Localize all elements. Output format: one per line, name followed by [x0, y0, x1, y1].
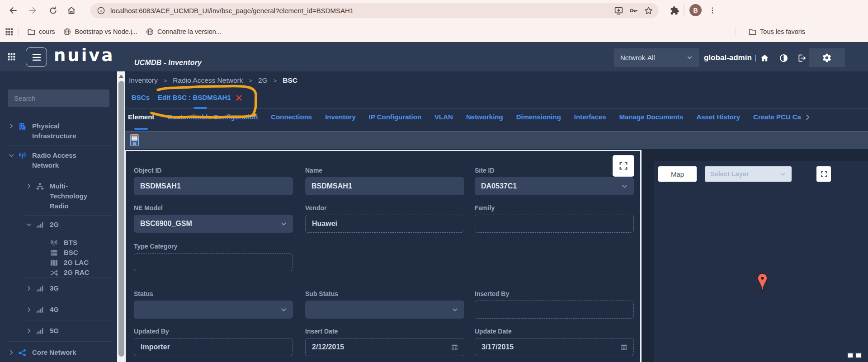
scroll-up-icon[interactable]: [119, 75, 123, 78]
chevron-right-icon[interactable]: [26, 306, 32, 313]
breadcrumb-separator: >: [164, 77, 167, 84]
info-icon[interactable]: [95, 5, 107, 17]
logout-icon[interactable]: [797, 53, 807, 63]
subtab-bscs[interactable]: BSCs: [132, 89, 150, 108]
chevron-right-icon[interactable]: [26, 285, 32, 291]
chevron-right-icon[interactable]: [26, 328, 32, 334]
profile-avatar[interactable]: B: [689, 4, 702, 16]
sidebar-item-physical-infrastructure[interactable]: PhysicalInfrastructure: [0, 117, 117, 146]
sidebar-item-core-network[interactable]: Core Network: [0, 342, 117, 362]
field-input-inserted-by[interactable]: [475, 301, 634, 319]
sidebar-item-2g-rac[interactable]: 2G RAC: [0, 268, 117, 277]
field-input-object-id[interactable]: BSDMSAH1: [134, 177, 293, 195]
chevron-right-icon[interactable]: [8, 123, 14, 129]
bookmark-item-bootstrap[interactable]: Bootstrap vs Node.j...: [63, 28, 137, 36]
field-input-ne-model[interactable]: BSC6900_GSM: [134, 215, 293, 233]
install-icon[interactable]: [614, 6, 623, 15]
shuffle-icon: [50, 268, 59, 277]
field-input-insert-date[interactable]: 2/12/2015: [305, 338, 464, 356]
tab-create-pcu-ca[interactable]: Create PCU Ca: [753, 113, 801, 121]
main-content: Inventory>Radio Access Network>2G>BSC BS…: [125, 71, 868, 362]
map-button[interactable]: Map: [658, 166, 697, 182]
field-input-type-category[interactable]: [134, 253, 293, 271]
tab-ip-configuration[interactable]: IP Configuration: [369, 113, 421, 121]
star-icon[interactable]: [644, 6, 653, 15]
breadcrumb-item[interactable]: BSC: [283, 76, 297, 85]
sidebar-item-radio-access-network[interactable]: Radio AccessNetwork: [0, 146, 117, 175]
extensions-icon[interactable]: [668, 4, 681, 17]
field-input-update-date[interactable]: 3/17/2015: [475, 338, 634, 356]
brand-logo[interactable]: nuiva: [54, 46, 114, 65]
tab-networking[interactable]: Networking: [466, 113, 503, 121]
tab-interfaces[interactable]: Interfaces: [574, 113, 606, 121]
breadcrumb-separator: >: [274, 77, 277, 84]
sidebar-item-4g[interactable]: 4G: [0, 299, 117, 320]
field-input-vendor[interactable]: Huawei: [305, 215, 464, 233]
chevron-right-icon[interactable]: [26, 183, 32, 189]
sidebar-item-bsc[interactable]: BSC: [0, 248, 117, 258]
tab-dimensioning[interactable]: Dimensioning: [516, 113, 561, 121]
sidebar-item-bts[interactable]: BTS: [0, 238, 117, 248]
back-button[interactable]: [7, 4, 19, 17]
save-button[interactable]: [130, 134, 139, 146]
tab-connections[interactable]: Connections: [271, 113, 312, 121]
scrollbar-thumb[interactable]: [118, 81, 124, 357]
field-input-updated-by[interactable]: importer: [134, 338, 293, 356]
contrast-icon[interactable]: [778, 53, 788, 63]
subtab-edit-bsc[interactable]: Edit BSC : BSDMSAH1: [158, 89, 243, 108]
bookmark-item-cours[interactable]: cours: [27, 28, 55, 36]
map-control-square[interactable]: [847, 353, 854, 358]
tab-manage-documents[interactable]: Manage Documents: [619, 113, 684, 121]
field-input-family[interactable]: [475, 215, 634, 233]
calendar-icon[interactable]: [620, 343, 628, 351]
sidebar-item-2g-lac[interactable]: 2G LAC: [0, 258, 117, 268]
chevron-right-icon[interactable]: [8, 349, 14, 356]
bookmark-item-connaitre[interactable]: Connaître la version...: [146, 28, 222, 36]
field-input-site-id[interactable]: DA0537C1: [475, 177, 634, 195]
app-grid-icon[interactable]: [7, 52, 16, 61]
subtab-bar: BSCsEdit BSC : BSDMSAH1: [125, 89, 868, 109]
sidebar-item-5g[interactable]: 5G: [0, 320, 117, 341]
layer-select[interactable]: Select Layer: [705, 166, 792, 182]
breadcrumb-item[interactable]: Inventory: [129, 76, 158, 85]
network-selector[interactable]: Netwrok-All: [614, 48, 699, 67]
breadcrumb-item[interactable]: Radio Access Network: [173, 76, 243, 85]
sidebar-item-2g[interactable]: 2G: [0, 216, 117, 234]
map-canvas[interactable]: Map Select Layer: [654, 161, 868, 362]
apps-grid-icon[interactable]: [5, 27, 14, 36]
url-text[interactable]: localhost:6083/ACE_UCMDB_UI/inv/bsc_page…: [110, 7, 354, 14]
home-button[interactable]: [65, 4, 78, 17]
field-input-name[interactable]: BSDMSAH1: [305, 177, 464, 195]
close-icon[interactable]: [235, 94, 243, 102]
menu-toggle-button[interactable]: [26, 47, 47, 67]
search-input[interactable]: Search: [8, 89, 109, 107]
content-scrollbar[interactable]: [117, 71, 125, 362]
sidebar-item-3g[interactable]: 3G: [0, 278, 117, 299]
map-pin-icon[interactable]: [757, 273, 768, 292]
chevron-down-icon[interactable]: [8, 152, 14, 159]
chevron-down-icon[interactable]: [26, 221, 32, 228]
field-value: 2/12/2015: [312, 343, 344, 351]
all-favorites[interactable]: Tous les favoris: [748, 28, 805, 36]
tab-vlan[interactable]: VLAN: [434, 113, 453, 121]
key-icon[interactable]: [629, 6, 638, 15]
calendar-icon[interactable]: [451, 343, 458, 351]
map-control-square[interactable]: [855, 353, 862, 358]
reload-button[interactable]: [47, 4, 59, 17]
map-fullscreen-button[interactable]: [816, 166, 831, 182]
tab-customizable-configuration[interactable]: Customizable Configuration: [167, 113, 258, 121]
breadcrumb-item[interactable]: 2G: [258, 76, 268, 85]
settings-button[interactable]: [809, 48, 845, 67]
tab-element[interactable]: Element: [128, 113, 154, 121]
tab-inventory[interactable]: Inventory: [325, 113, 356, 121]
field-input-sub-status[interactable]: [305, 301, 464, 319]
sidebar-item-multi-technology-radio[interactable]: Multi-TechnologyRadio: [0, 175, 117, 215]
sidebar-item-label: BTS: [64, 238, 77, 248]
address-bar[interactable]: localhost:6083/ACE_UCMDB_UI/inv/bsc_page…: [90, 3, 659, 18]
forward-button[interactable]: [26, 4, 39, 17]
home-icon[interactable]: [760, 53, 769, 63]
field-input-status[interactable]: [134, 301, 293, 319]
field-value: BSDMSAH1: [140, 182, 181, 190]
menu-kebab-icon[interactable]: [706, 4, 719, 17]
tab-asset-history[interactable]: Asset History: [696, 113, 740, 121]
